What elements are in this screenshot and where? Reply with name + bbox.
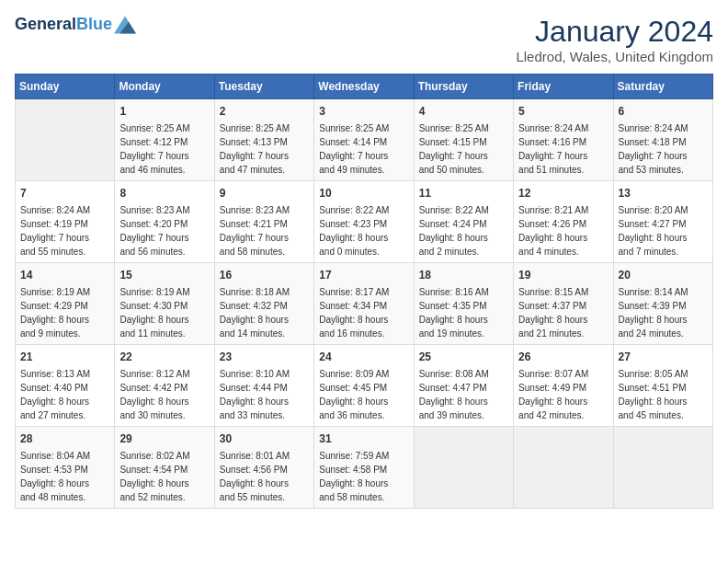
calendar-cell: 9Sunrise: 8:23 AM Sunset: 4:21 PM Daylig… — [214, 181, 313, 263]
calendar-table: SundayMondayTuesdayWednesdayThursdayFrid… — [15, 74, 713, 509]
weekday-row: SundayMondayTuesdayWednesdayThursdayFrid… — [16, 75, 713, 99]
day-info: Sunrise: 8:02 AM Sunset: 4:54 PM Dayligh… — [119, 449, 209, 504]
calendar-cell: 19Sunrise: 8:15 AM Sunset: 4:37 PM Dayli… — [514, 263, 613, 345]
day-number: 16 — [220, 267, 309, 283]
calendar-cell: 14Sunrise: 8:19 AM Sunset: 4:29 PM Dayli… — [16, 263, 115, 345]
day-number: 13 — [619, 185, 708, 201]
calendar-cell: 8Sunrise: 8:23 AM Sunset: 4:20 PM Daylig… — [115, 181, 214, 263]
calendar-cell: 30Sunrise: 8:01 AM Sunset: 4:56 PM Dayli… — [214, 427, 313, 509]
day-number: 20 — [619, 267, 708, 283]
calendar-cell: 25Sunrise: 8:08 AM Sunset: 4:47 PM Dayli… — [414, 345, 513, 427]
month-title: January 2024 — [516, 15, 713, 49]
day-number: 14 — [20, 267, 109, 283]
day-info: Sunrise: 7:59 AM Sunset: 4:58 PM Dayligh… — [319, 449, 408, 504]
day-number: 23 — [220, 349, 309, 365]
calendar-cell: 1Sunrise: 8:25 AM Sunset: 4:12 PM Daylig… — [115, 99, 214, 181]
calendar-cell: 15Sunrise: 8:19 AM Sunset: 4:30 PM Dayli… — [115, 263, 214, 345]
day-number: 26 — [518, 349, 608, 365]
day-info: Sunrise: 8:04 AM Sunset: 4:53 PM Dayligh… — [20, 449, 109, 504]
calendar-header: SundayMondayTuesdayWednesdayThursdayFrid… — [16, 75, 713, 99]
calendar-body: 1Sunrise: 8:25 AM Sunset: 4:12 PM Daylig… — [16, 99, 713, 509]
day-info: Sunrise: 8:05 AM Sunset: 4:51 PM Dayligh… — [619, 367, 708, 422]
day-number: 29 — [119, 431, 209, 447]
day-info: Sunrise: 8:01 AM Sunset: 4:56 PM Dayligh… — [220, 449, 309, 504]
calendar-cell: 10Sunrise: 8:22 AM Sunset: 4:23 PM Dayli… — [314, 181, 414, 263]
calendar-week-4: 21Sunrise: 8:13 AM Sunset: 4:40 PM Dayli… — [16, 345, 713, 427]
calendar-cell: 23Sunrise: 8:10 AM Sunset: 4:44 PM Dayli… — [214, 345, 313, 427]
day-number: 8 — [119, 185, 209, 201]
calendar-cell: 26Sunrise: 8:07 AM Sunset: 4:49 PM Dayli… — [514, 345, 613, 427]
calendar-cell: 13Sunrise: 8:20 AM Sunset: 4:27 PM Dayli… — [613, 181, 712, 263]
calendar-cell: 5Sunrise: 8:24 AM Sunset: 4:16 PM Daylig… — [514, 99, 613, 181]
day-info: Sunrise: 8:13 AM Sunset: 4:40 PM Dayligh… — [20, 367, 109, 422]
calendar-cell: 2Sunrise: 8:25 AM Sunset: 4:13 PM Daylig… — [214, 99, 313, 181]
day-number: 10 — [319, 185, 408, 201]
calendar-cell: 31Sunrise: 7:59 AM Sunset: 4:58 PM Dayli… — [314, 427, 414, 509]
calendar-week-3: 14Sunrise: 8:19 AM Sunset: 4:29 PM Dayli… — [16, 263, 713, 345]
day-number: 17 — [319, 267, 408, 283]
calendar-cell: 6Sunrise: 8:24 AM Sunset: 4:18 PM Daylig… — [613, 99, 712, 181]
calendar-week-5: 28Sunrise: 8:04 AM Sunset: 4:53 PM Dayli… — [16, 427, 713, 509]
calendar-cell: 11Sunrise: 8:22 AM Sunset: 4:24 PM Dayli… — [414, 181, 513, 263]
calendar-cell: 28Sunrise: 8:04 AM Sunset: 4:53 PM Dayli… — [16, 427, 115, 509]
day-info: Sunrise: 8:09 AM Sunset: 4:45 PM Dayligh… — [319, 367, 408, 422]
day-number: 27 — [619, 349, 708, 365]
day-info: Sunrise: 8:22 AM Sunset: 4:24 PM Dayligh… — [419, 203, 508, 259]
weekday-header-friday: Friday — [514, 75, 613, 99]
day-info: Sunrise: 8:18 AM Sunset: 4:32 PM Dayligh… — [220, 285, 309, 340]
weekday-header-sunday: Sunday — [16, 75, 115, 99]
calendar-cell: 20Sunrise: 8:14 AM Sunset: 4:39 PM Dayli… — [613, 263, 712, 345]
day-number: 24 — [319, 349, 408, 365]
calendar-week-1: 1Sunrise: 8:25 AM Sunset: 4:12 PM Daylig… — [16, 99, 713, 181]
day-number: 3 — [319, 103, 408, 120]
day-info: Sunrise: 8:14 AM Sunset: 4:39 PM Dayligh… — [619, 285, 708, 340]
logo: GeneralBlue — [15, 15, 136, 35]
calendar-cell: 17Sunrise: 8:17 AM Sunset: 4:34 PM Dayli… — [314, 263, 414, 345]
day-info: Sunrise: 8:24 AM Sunset: 4:16 PM Dayligh… — [518, 121, 608, 177]
calendar-cell: 4Sunrise: 8:25 AM Sunset: 4:15 PM Daylig… — [414, 99, 513, 181]
day-info: Sunrise: 8:25 AM Sunset: 4:13 PM Dayligh… — [220, 121, 309, 177]
logo-text: GeneralBlue — [15, 15, 112, 35]
day-number: 21 — [20, 349, 109, 365]
calendar-cell: 21Sunrise: 8:13 AM Sunset: 4:40 PM Dayli… — [16, 345, 115, 427]
weekday-header-monday: Monday — [115, 75, 214, 99]
day-info: Sunrise: 8:25 AM Sunset: 4:15 PM Dayligh… — [419, 121, 508, 177]
calendar-cell: 16Sunrise: 8:18 AM Sunset: 4:32 PM Dayli… — [214, 263, 313, 345]
day-number: 15 — [119, 267, 209, 283]
day-number: 9 — [220, 185, 309, 201]
calendar-cell: 27Sunrise: 8:05 AM Sunset: 4:51 PM Dayli… — [613, 345, 712, 427]
day-number: 11 — [419, 185, 508, 201]
location: Lledrod, Wales, United Kingdom — [516, 49, 713, 64]
day-info: Sunrise: 8:21 AM Sunset: 4:26 PM Dayligh… — [518, 203, 608, 259]
day-info: Sunrise: 8:24 AM Sunset: 4:19 PM Dayligh… — [20, 203, 109, 259]
day-info: Sunrise: 8:25 AM Sunset: 4:12 PM Dayligh… — [119, 121, 209, 177]
day-info: Sunrise: 8:16 AM Sunset: 4:35 PM Dayligh… — [419, 285, 508, 340]
day-info: Sunrise: 8:24 AM Sunset: 4:18 PM Dayligh… — [619, 121, 708, 177]
day-number: 5 — [518, 103, 608, 120]
calendar-cell: 22Sunrise: 8:12 AM Sunset: 4:42 PM Dayli… — [115, 345, 214, 427]
calendar-cell: 7Sunrise: 8:24 AM Sunset: 4:19 PM Daylig… — [16, 181, 115, 263]
day-number: 28 — [20, 431, 109, 447]
weekday-header-saturday: Saturday — [613, 75, 712, 99]
day-number: 31 — [319, 431, 408, 447]
day-info: Sunrise: 8:10 AM Sunset: 4:44 PM Dayligh… — [220, 367, 309, 422]
calendar-cell: 24Sunrise: 8:09 AM Sunset: 4:45 PM Dayli… — [314, 345, 414, 427]
logo-icon — [114, 16, 136, 34]
day-info: Sunrise: 8:23 AM Sunset: 4:21 PM Dayligh… — [220, 203, 309, 259]
calendar-cell: 18Sunrise: 8:16 AM Sunset: 4:35 PM Dayli… — [414, 263, 513, 345]
day-number: 22 — [119, 349, 209, 365]
page-header: GeneralBlue January 2024 Lledrod, Wales,… — [15, 15, 713, 64]
day-number: 30 — [220, 431, 309, 447]
day-number: 25 — [419, 349, 508, 365]
day-info: Sunrise: 8:23 AM Sunset: 4:20 PM Dayligh… — [119, 203, 209, 259]
day-number: 6 — [619, 103, 708, 120]
day-info: Sunrise: 8:15 AM Sunset: 4:37 PM Dayligh… — [518, 285, 608, 340]
day-info: Sunrise: 8:12 AM Sunset: 4:42 PM Dayligh… — [119, 367, 209, 422]
day-info: Sunrise: 8:22 AM Sunset: 4:23 PM Dayligh… — [319, 203, 408, 259]
day-info: Sunrise: 8:19 AM Sunset: 4:29 PM Dayligh… — [20, 285, 109, 340]
day-info: Sunrise: 8:17 AM Sunset: 4:34 PM Dayligh… — [319, 285, 408, 340]
day-number: 1 — [119, 103, 209, 120]
day-info: Sunrise: 8:19 AM Sunset: 4:30 PM Dayligh… — [119, 285, 209, 340]
calendar-cell: 12Sunrise: 8:21 AM Sunset: 4:26 PM Dayli… — [514, 181, 613, 263]
day-number: 4 — [419, 103, 508, 120]
